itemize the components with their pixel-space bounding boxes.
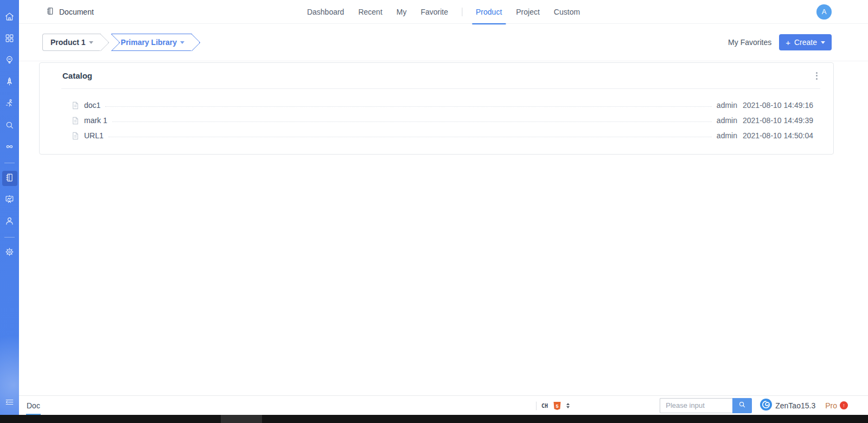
document-file-icon <box>72 101 79 110</box>
main-area: Document Dashboard Recent My Favorite Pr… <box>19 0 868 415</box>
my-favorites-link[interactable]: My Favorites <box>728 38 771 47</box>
breadcrumb-product-dropdown[interactable]: Product 1 <box>42 34 101 51</box>
doc-notebook-icon <box>4 172 15 185</box>
sidebar-item-settings[interactable] <box>2 245 17 260</box>
report-board-icon <box>4 194 15 207</box>
edition-link[interactable]: Pro <box>825 401 837 410</box>
create-button-label: Create <box>794 38 817 47</box>
doc-author: admin <box>717 131 737 140</box>
execution-runner-icon <box>4 98 15 111</box>
nav-my[interactable]: My <box>390 0 414 24</box>
product-bulb-icon <box>4 55 15 67</box>
nav-recent[interactable]: Recent <box>351 0 389 24</box>
brand: ZenTao15.3 <box>760 399 815 413</box>
footer-search <box>660 398 752 413</box>
panel-title: Catalog <box>62 71 92 80</box>
settings-gear-icon <box>4 247 15 259</box>
plus-icon: + <box>786 39 790 47</box>
document-notebook-icon <box>46 7 55 17</box>
doc-author: admin <box>717 116 737 125</box>
search-button[interactable] <box>732 398 752 413</box>
nav-project[interactable]: Project <box>509 0 547 24</box>
svg-text:5: 5 <box>556 403 559 408</box>
footer-tab-doc[interactable]: Doc <box>26 401 41 410</box>
sidebar-item-report[interactable] <box>2 193 17 208</box>
apps-grid-icon <box>4 33 15 46</box>
breadcrumb-library-label: Primary Library <box>121 38 177 47</box>
document-file-icon <box>72 117 79 125</box>
admin-user-icon <box>4 216 15 228</box>
chevron-down-icon <box>180 41 184 44</box>
kebab-menu-icon[interactable] <box>814 70 820 82</box>
zentao-logo-icon <box>760 399 772 413</box>
sidebar-item-home[interactable] <box>2 10 17 25</box>
search-icon <box>738 401 746 410</box>
sidebar-item-execution[interactable] <box>2 97 17 112</box>
collapse-toggle-icon[interactable] <box>566 403 570 408</box>
breadcrumb-library-dropdown[interactable]: Primary Library <box>111 34 193 51</box>
sidebar-menu-toggle[interactable] <box>2 395 17 411</box>
sidebar-item-project[interactable] <box>2 75 17 90</box>
menu-toggle-icon <box>4 397 15 409</box>
top-nav: Dashboard Recent My Favorite Product Pro… <box>300 0 587 24</box>
footer-bar: Doc CH 5 <box>19 395 868 415</box>
app-title: Document <box>46 7 94 17</box>
breadcrumb-bar: Product 1 Primary Library My Favorites +… <box>19 24 868 61</box>
doc-link[interactable]: doc1 <box>84 101 100 110</box>
language-toggle[interactable]: CH <box>541 403 548 409</box>
home-icon <box>4 11 15 24</box>
chevron-down-icon <box>821 41 825 44</box>
table-row: URL1 admin 2021-08-10 14:50:04 <box>72 128 813 143</box>
crumb-actions: My Favorites + Create <box>728 34 832 50</box>
document-file-icon <box>72 132 79 140</box>
sidebar-item-program[interactable] <box>2 31 17 47</box>
devops-infinity-icon <box>4 142 15 154</box>
breadcrumb-product-label: Product 1 <box>50 38 86 47</box>
catalog-panel: Catalog doc1 admin 2021-08-10 14:49:16 m <box>39 62 834 155</box>
doc-link[interactable]: mark 1 <box>84 116 107 125</box>
nav-divider <box>462 8 462 16</box>
dotted-leader <box>105 106 712 107</box>
qa-search-icon <box>4 120 15 132</box>
table-row: doc1 admin 2021-08-10 14:49:16 <box>72 98 813 113</box>
breadcrumb: Product 1 Primary Library <box>42 34 192 51</box>
avatar[interactable]: A <box>816 4 832 20</box>
doc-link[interactable]: URL1 <box>84 131 104 140</box>
table-row: mark 1 admin 2021-08-10 14:49:39 <box>72 113 813 128</box>
footer-right: ZenTao15.3 Pro ↑ <box>660 398 848 413</box>
sidebar-item-admin[interactable] <box>2 214 17 229</box>
doc-time: 2021-08-10 14:49:39 <box>743 116 813 125</box>
dotted-separator <box>536 402 537 410</box>
taskbar-strip <box>0 415 868 423</box>
sidebar-item-qa[interactable] <box>2 118 17 133</box>
dotted-leader <box>108 137 712 137</box>
catalog-panel-header: Catalog <box>40 63 833 88</box>
sidebar-item-doc[interactable] <box>2 171 17 186</box>
doc-list: doc1 admin 2021-08-10 14:49:16 mark 1 ad… <box>40 89 833 154</box>
footer-center-controls: CH 5 <box>536 396 570 415</box>
dotted-leader <box>112 121 712 122</box>
doc-time: 2021-08-10 14:50:04 <box>743 131 813 140</box>
sidebar-item-product[interactable] <box>2 53 17 68</box>
top-bar: Document Dashboard Recent My Favorite Pr… <box>19 0 868 24</box>
html5-editor-icon[interactable]: 5 <box>553 401 561 411</box>
nav-product[interactable]: Product <box>469 0 509 24</box>
project-rocket-icon <box>4 76 15 89</box>
chevron-down-icon <box>89 41 93 44</box>
content-area: Catalog doc1 admin 2021-08-10 14:49:16 m <box>19 61 868 395</box>
sidebar <box>0 0 19 415</box>
sidebar-divider <box>4 237 15 238</box>
search-input[interactable] <box>660 398 732 413</box>
app-window: Document Dashboard Recent My Favorite Pr… <box>0 0 868 415</box>
brand-version: ZenTao15.3 <box>775 401 815 410</box>
doc-time: 2021-08-10 14:49:16 <box>743 101 813 110</box>
nav-dashboard[interactable]: Dashboard <box>300 0 352 24</box>
create-button[interactable]: + Create <box>779 34 832 50</box>
sidebar-divider <box>4 163 15 163</box>
page-title: Document <box>59 8 94 16</box>
upgrade-badge-icon[interactable]: ↑ <box>840 401 848 409</box>
sidebar-item-devops[interactable] <box>2 140 17 155</box>
doc-author: admin <box>717 101 737 110</box>
nav-custom[interactable]: Custom <box>547 0 587 24</box>
nav-favorite[interactable]: Favorite <box>413 0 455 24</box>
